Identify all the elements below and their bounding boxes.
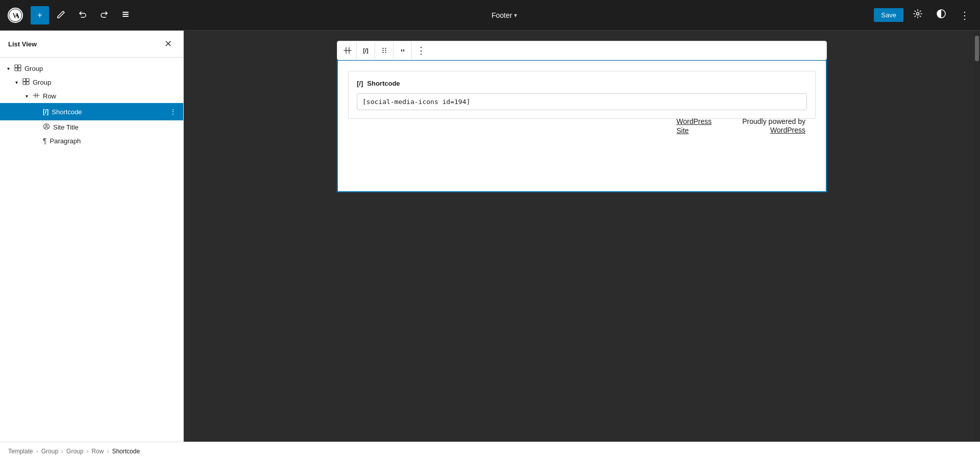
contrast-button[interactable] [932,6,950,24]
undo-icon [78,10,87,21]
block-tree: ▾ Group ▾ [0,58,183,442]
more-options-button[interactable]: ⋮ [955,6,974,24]
list-view-sidebar: List View ✕ ▾ Group [0,31,184,442]
svg-point-18 [382,50,383,51]
add-block-button[interactable]: + [31,6,49,24]
group-block-icon [22,78,30,87]
shortcode-type-btn[interactable]: [/] [357,41,375,60]
site-sublink[interactable]: Site [676,126,689,135]
tree-item-paragraph-label: Paragraph [50,137,179,145]
shortcode-editor-block: [/] Shortcode [348,71,816,119]
breadcrumb-template[interactable]: Template [8,448,33,455]
breadcrumb: Template › Group › Group › Row › Shortco… [0,442,980,460]
paragraph-block-icon: ¶ [43,137,47,145]
group-block-icon [14,64,21,73]
svg-rect-1 [122,12,129,13]
vertical-dots-icon: ⋮ [960,9,970,21]
close-sidebar-button[interactable]: ✕ [161,37,175,51]
footer-label[interactable]: Footer ▾ [492,11,517,19]
breadcrumb-sep-2: › [61,448,63,455]
svg-point-17 [385,48,386,49]
top-toolbar: + [0,0,980,31]
breadcrumb-shortcode: Shortcode [112,448,140,455]
tree-item-shortcode-label: Shortcode [52,108,165,116]
breadcrumb-sep-4: › [107,448,109,455]
shortcode-block-title: Shortcode [367,80,400,87]
toolbar-left: + [6,6,135,24]
toolbar-right: Save ⋮ [874,6,974,24]
wordpress-site-link[interactable]: WordPress [676,117,712,125]
undo-button[interactable] [74,6,92,24]
powered-wordpress-link[interactable]: WordPress [742,126,805,134]
svg-rect-12 [23,82,26,85]
settings-button[interactable] [909,6,927,24]
powered-by-text: Proudly powered by [742,117,805,125]
wp-logo[interactable] [6,6,24,24]
tree-item-shortcode[interactable]: [/] Shortcode ⋮ [0,103,183,120]
tree-item-row[interactable]: ▾ Row [0,89,183,103]
svg-rect-2 [122,14,129,15]
contrast-icon [936,9,946,21]
gear-icon [913,9,923,21]
block-options-btn[interactable]: ⋮ [412,41,430,60]
sidebar-title: List View [8,40,37,48]
tree-item-paragraph[interactable]: ¶ Paragraph [0,134,183,147]
main-area: List View ✕ ▾ Group [0,31,980,442]
chevron-down-icon[interactable]: ▾ [22,93,31,99]
drag-handle-btn[interactable] [375,41,394,60]
svg-rect-10 [23,79,26,82]
add-icon: + [37,11,42,20]
canvas-scroll[interactable]: [/] ⋮ [184,31,980,442]
block-toolbar: [/] ⋮ [337,41,827,60]
close-icon: ✕ [164,38,172,49]
site-link-group: WordPress Site [676,117,712,135]
breadcrumb-row[interactable]: Row [91,448,104,455]
list-view-button[interactable] [116,6,135,24]
tree-item-row-label: Row [43,92,179,100]
tree-item-site-title-label: Site Title [53,123,179,131]
svg-rect-7 [18,65,21,68]
svg-point-16 [382,48,383,49]
svg-rect-8 [15,68,18,71]
chevron-down-icon[interactable]: ▾ [4,66,12,71]
shortcode-options-button[interactable]: ⋮ [167,106,179,118]
breadcrumb-group-2[interactable]: Group [66,448,83,455]
edit-icon [57,10,66,21]
shortcode-header-icon: [/] [357,80,363,87]
chevron-down-icon[interactable]: ▾ [12,80,20,85]
tree-item-group-2-label: Group [33,79,179,86]
breadcrumb-sep-1: › [36,448,38,455]
sidebar-header: List View ✕ [0,31,183,58]
svg-rect-9 [18,68,21,71]
svg-point-19 [385,50,386,51]
redo-button[interactable] [95,6,113,24]
svg-rect-13 [27,82,30,85]
breadcrumb-sep-3: › [86,448,88,455]
canvas-scrollbar-track [974,31,980,442]
svg-point-21 [385,52,386,53]
shortcode-input-field[interactable] [357,93,807,110]
powered-by-group: Proudly powered by WordPress [742,117,805,134]
edit-button[interactable] [52,6,70,24]
footer-block: [/] Shortcode WordPress Site Proudly pow… [337,60,827,192]
canvas-scrollbar-thumb[interactable] [975,36,979,61]
tree-item-group-1[interactable]: ▾ Group [0,62,183,75]
tree-item-site-title[interactable]: Site Title [0,120,183,134]
move-arrows-btn[interactable] [394,41,412,60]
tree-item-group-2[interactable]: ▾ Group [0,75,183,89]
footer-chevron-icon: ▾ [514,12,517,19]
row-block-btn[interactable] [338,41,357,60]
canvas-area: [/] ⋮ [184,31,980,442]
toolbar-center: Footer ▾ [492,11,517,19]
save-button[interactable]: Save [874,8,903,22]
list-view-icon [121,10,130,21]
svg-point-15 [46,125,47,126]
shortcode-block-icon: [/] [43,108,48,115]
breadcrumb-group-1[interactable]: Group [41,448,58,455]
redo-icon [100,10,109,21]
footer-title-text: Footer [492,11,512,19]
svg-point-4 [916,13,919,15]
footer-right-links: WordPress Site Proudly powered by WordPr… [676,117,805,135]
svg-rect-6 [15,65,18,68]
tree-item-group-1-label: Group [24,65,179,72]
